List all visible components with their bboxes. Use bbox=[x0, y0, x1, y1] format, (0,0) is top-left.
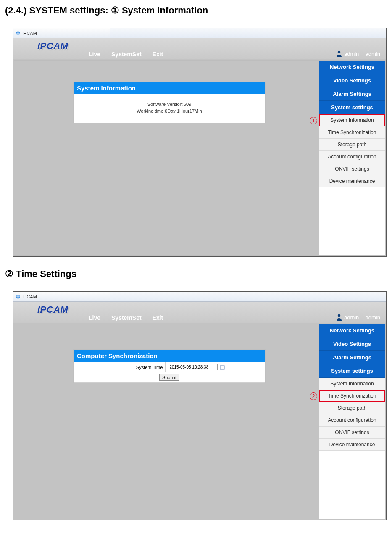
main-area: System Information Software Version:509 … bbox=[14, 60, 319, 256]
nav-exit[interactable]: Exit bbox=[153, 51, 163, 58]
top-nav: Live SystemSet Exit bbox=[89, 51, 163, 58]
sidebar: Network Settings Video Settings Alarm Se… bbox=[319, 60, 385, 256]
sidebar-item-account-config[interactable]: Account configuration bbox=[319, 151, 385, 163]
callout-2: 2 bbox=[310, 392, 317, 400]
sidebar-cat-alarm[interactable]: Alarm Settings bbox=[319, 87, 385, 101]
browser-tab-title: IPCAM bbox=[22, 31, 37, 36]
page-header: IPCAM Live SystemSet Exit admin admin bbox=[13, 38, 386, 59]
working-time-label: Working time: bbox=[137, 108, 165, 113]
user-icon bbox=[336, 313, 342, 321]
browser-tab[interactable]: IPCAM bbox=[13, 28, 101, 38]
user-name-2: admin bbox=[366, 51, 380, 57]
working-time-value: 0Day 1Hour17Min bbox=[165, 108, 202, 113]
sidebar-cat-system[interactable]: System settings bbox=[319, 364, 385, 378]
new-tab-button[interactable] bbox=[101, 292, 110, 301]
callout-1: 1 bbox=[310, 117, 317, 124]
user-name-1: admin bbox=[344, 314, 359, 321]
heading1-marker: ① bbox=[111, 5, 119, 16]
sidebar-item-device-maint[interactable]: Device maintenance bbox=[319, 175, 385, 187]
sidebar-item-storage-path[interactable]: Storage path bbox=[319, 402, 385, 414]
top-nav: Live SystemSet Exit bbox=[89, 314, 163, 321]
doc-heading-2: ② Time Settings bbox=[5, 269, 387, 279]
sidebar-item-onvif[interactable]: ONVIF settings bbox=[319, 163, 385, 175]
panel-title: System Information bbox=[74, 82, 265, 94]
panel-title: Computer Synchronization bbox=[74, 350, 265, 362]
ie-icon bbox=[16, 294, 21, 299]
nav-live[interactable]: Live bbox=[89, 51, 100, 58]
user-name-1: admin bbox=[344, 51, 359, 57]
sidebar-item-time-sync[interactable]: Time Synchronization bbox=[319, 390, 385, 402]
sidebar-cat-alarm[interactable]: Alarm Settings bbox=[319, 351, 385, 364]
sidebar-cat-system[interactable]: System settings bbox=[319, 101, 385, 114]
sidebar-item-system-information[interactable]: System Information bbox=[319, 114, 385, 126]
user-block: admin admin bbox=[336, 313, 380, 321]
browser-tab[interactable]: IPCAM bbox=[13, 292, 101, 301]
svg-rect-7 bbox=[220, 366, 224, 366]
sidebar-cat-video[interactable]: Video Settings bbox=[319, 337, 385, 351]
submit-cell: Submit bbox=[74, 372, 265, 383]
sidebar-item-time-sync[interactable]: Time Synchronization bbox=[319, 126, 385, 139]
submit-button[interactable]: Submit bbox=[159, 374, 179, 381]
nav-systemset[interactable]: SystemSet bbox=[111, 51, 142, 58]
svg-point-5 bbox=[338, 314, 340, 317]
logo: IPCAM bbox=[37, 41, 68, 52]
panel-table: System Time Submit bbox=[74, 362, 265, 383]
nav-live[interactable]: Live bbox=[89, 314, 100, 321]
browser-tab-title: IPCAM bbox=[22, 294, 37, 299]
system-time-cell bbox=[166, 362, 265, 372]
nav-systemset[interactable]: SystemSet bbox=[111, 314, 142, 321]
svg-point-2 bbox=[338, 51, 340, 53]
working-time-row: Working time:0Day 1Hour17Min bbox=[77, 108, 262, 113]
new-tab-button[interactable] bbox=[101, 28, 110, 38]
browser-tab-strip: IPCAM bbox=[13, 292, 386, 302]
heading2-text: Time Settings bbox=[13, 269, 76, 279]
page-body: Computer Synchronization System Time bbox=[13, 323, 386, 520]
browser-tab-strip: IPCAM bbox=[13, 28, 386, 38]
sidebar-item-device-maint[interactable]: Device maintenance bbox=[319, 439, 385, 451]
nav-exit[interactable]: Exit bbox=[153, 314, 163, 321]
software-version-row: Software Version:509 bbox=[77, 102, 262, 107]
computer-sync-panel: Computer Synchronization System Time bbox=[73, 349, 266, 383]
sidebar-cat-network[interactable]: Network Settings bbox=[319, 324, 385, 337]
sidebar-item-system-information[interactable]: System Information bbox=[319, 378, 385, 390]
main-area: Computer Synchronization System Time bbox=[14, 324, 319, 519]
doc-heading-1: (2.4.) SYSTEM settings: ① System Informa… bbox=[5, 5, 387, 16]
sidebar-item-onvif[interactable]: ONVIF settings bbox=[319, 427, 385, 439]
sidebar-cat-network[interactable]: Network Settings bbox=[319, 61, 385, 74]
heading1-prefix: (2.4.) SYSTEM settings: bbox=[5, 5, 111, 16]
sidebar-item-account-config[interactable]: Account configuration bbox=[319, 414, 385, 427]
ie-icon bbox=[16, 31, 21, 36]
page-body: System Information Software Version:509 … bbox=[13, 59, 386, 256]
sidebar-item-storage-path[interactable]: Storage path bbox=[319, 139, 385, 151]
sidebar-item-wrap-0: 1 System Information bbox=[319, 114, 385, 126]
panel-body: Software Version:509 Working time:0Day 1… bbox=[74, 94, 265, 123]
calendar-icon[interactable] bbox=[220, 365, 225, 370]
logo: IPCAM bbox=[37, 304, 68, 315]
heading2-marker: ② bbox=[5, 269, 13, 279]
system-information-panel: System Information Software Version:509 … bbox=[73, 82, 266, 123]
sidebar: Network Settings Video Settings Alarm Se… bbox=[319, 324, 385, 519]
user-block: admin admin bbox=[336, 50, 380, 58]
user-icon bbox=[336, 50, 342, 58]
page-header: IPCAM Live SystemSet Exit admin admin bbox=[13, 302, 386, 323]
user-name-2: admin bbox=[366, 314, 380, 321]
system-time-input[interactable] bbox=[168, 364, 218, 370]
sidebar-item-wrap-1: 2 Time Synchronization bbox=[319, 390, 385, 402]
screenshot-2: IPCAM IPCAM Live SystemSet Exit admin ad… bbox=[13, 291, 387, 520]
software-version-value: 509 bbox=[184, 102, 191, 107]
system-time-label: System Time bbox=[74, 362, 166, 372]
software-version-label: Software Version: bbox=[147, 102, 184, 107]
sidebar-cat-video[interactable]: Video Settings bbox=[319, 74, 385, 87]
heading1-suffix: System Information bbox=[119, 5, 208, 16]
screenshot-1: IPCAM IPCAM Live SystemSet Exit admin ad… bbox=[13, 28, 387, 257]
